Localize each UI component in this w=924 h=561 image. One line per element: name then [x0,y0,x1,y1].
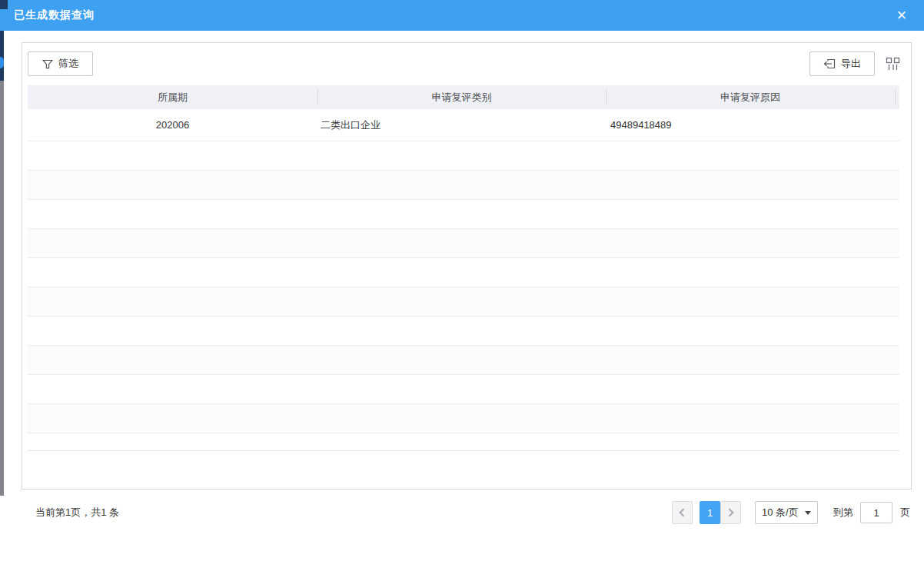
empty-row-template [28,317,899,346]
empty-row-template [28,258,899,287]
column-header-category[interactable]: 申请复评类别 [317,91,606,105]
cell-period: 202006 [28,119,317,131]
empty-row-template [28,200,899,229]
next-page-button[interactable] [720,501,741,524]
pagination-summary: 当前第1页，共1 条 [35,506,119,520]
content-panel: 筛选 导出 所属期 申请复评类别 申请复评原因 [22,42,912,490]
table-row[interactable]: 202006 二类出口企业 49489418489 [28,109,899,141]
pagination-bar: 当前第1页，共1 条 1 10 条/页 到第 页 [28,493,916,532]
empty-row-template [28,346,899,375]
empty-row-template [28,433,899,451]
empty-row-template [28,375,899,404]
caret-down-icon [805,511,811,515]
empty-row-template [28,229,899,258]
results-table: 所属期 申请复评类别 申请复评原因 202006 二类出口企业 49489418… [28,85,899,451]
column-divider [317,90,318,105]
filter-button-label: 筛选 [58,57,78,71]
column-divider [895,90,896,105]
column-header-period[interactable]: 所属期 [28,91,317,105]
close-icon[interactable]: × [890,0,913,31]
chevron-right-icon [725,508,733,516]
page-size-value: 10 条/页 [762,506,799,520]
goto-page-input[interactable] [860,502,892,523]
export-button[interactable]: 导出 [809,51,875,76]
empty-row-template [28,171,899,200]
filter-button[interactable]: 筛选 [28,51,93,76]
column-divider [606,90,607,105]
page-size-select[interactable]: 10 条/页 [755,501,818,524]
page-number-button[interactable]: 1 [700,501,720,524]
chevron-left-icon [679,508,687,516]
pagination-controls: 1 10 条/页 到第 页 [672,493,910,532]
table-header-row: 所属期 申请复评类别 申请复评原因 [28,85,899,109]
funnel-icon [42,59,53,69]
empty-row-template [28,404,899,433]
modal-titlebar: 已生成数据查询 × [0,0,924,31]
empty-row-template [28,287,899,317]
columns-grid-icon[interactable] [885,56,902,71]
cell-reason: 49489418489 [606,119,895,131]
empty-row-template [28,141,899,171]
table-body: 202006 二类出口企业 49489418489 [28,109,899,451]
cell-category: 二类出口企业 [317,118,606,132]
underlying-header-corner [0,0,8,9]
prev-page-button[interactable] [672,501,693,524]
goto-page-suffix: 页 [900,506,910,520]
export-button-label: 导出 [841,57,861,71]
modal-title: 已生成数据查询 [14,8,95,22]
export-icon [823,58,836,69]
underlying-sidebar-mask [0,81,4,496]
goto-page-label: 到第 [833,506,853,520]
column-header-reason[interactable]: 申请复评原因 [606,91,895,105]
underlying-sidebar-top [0,31,4,81]
